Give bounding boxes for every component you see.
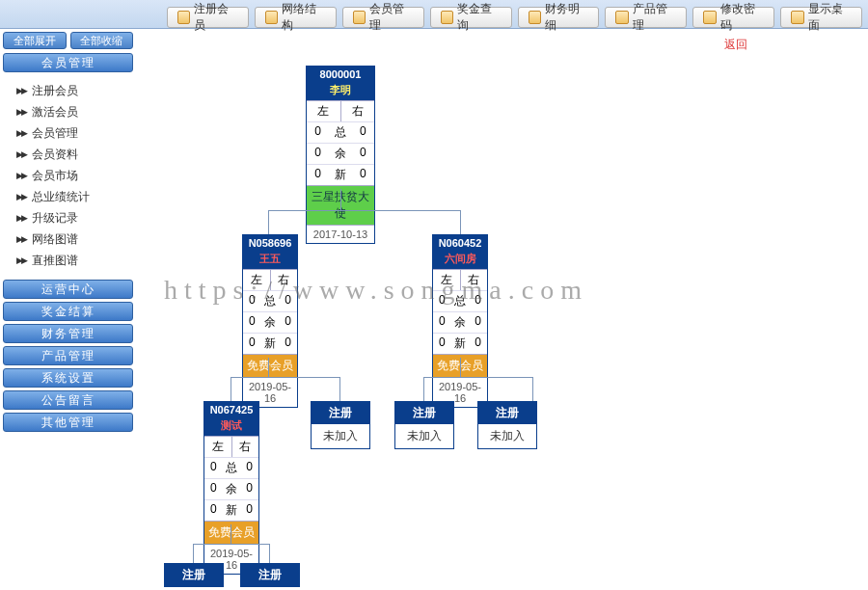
menu-item-manage[interactable]: ▶▶会员管理 xyxy=(16,122,133,144)
cell: 0 xyxy=(469,312,487,333)
arrow-icon: ▶▶ xyxy=(16,171,26,180)
connector xyxy=(423,377,533,378)
top-btn-finance[interactable]: 财务明细 xyxy=(518,7,600,28)
section-header-members[interactable]: 会员管理 xyxy=(3,53,133,72)
menu-item-network[interactable]: ▶▶网络图谱 xyxy=(16,228,133,250)
menu-item-profile[interactable]: ▶▶会员资料 xyxy=(16,144,133,165)
cell: 0 xyxy=(240,479,258,499)
connector xyxy=(193,544,270,545)
top-buttons: 注册会员 网络结构 会员管理 奖金查询 财务明细 产品管理 修改密码 显示桌面 xyxy=(167,7,868,28)
cell: 0 xyxy=(433,334,451,354)
top-btn-bonus[interactable]: 奖金查询 xyxy=(430,7,512,28)
menu-item-stats[interactable]: ▶▶总业绩统计 xyxy=(16,186,133,207)
menu-item-activate[interactable]: ▶▶激活会员 xyxy=(16,101,133,122)
connector xyxy=(532,377,533,401)
register-slot[interactable]: 注册 xyxy=(240,563,300,587)
register-slot[interactable]: 注册未加入 xyxy=(394,401,454,449)
node-name: 王五 xyxy=(243,251,297,269)
menu2-product[interactable]: 产品管理 xyxy=(3,346,133,365)
connector xyxy=(193,544,194,563)
top-label: 产品管理 xyxy=(633,1,677,34)
menu-label: 总业绩统计 xyxy=(32,189,90,205)
reg-label: 注册 xyxy=(312,402,369,424)
cell: 新 xyxy=(451,334,470,354)
top-label: 会员管理 xyxy=(369,1,414,34)
arrow-icon: ▶▶ xyxy=(16,149,26,159)
menu2-finance[interactable]: 财务管理 xyxy=(3,324,133,343)
menu-item-direct[interactable]: ▶▶直推图谱 xyxy=(16,250,133,271)
arrow-icon: ▶▶ xyxy=(16,213,26,223)
cell: 0 xyxy=(469,334,487,354)
arrow-icon: ▶▶ xyxy=(16,255,26,265)
connector xyxy=(231,377,340,378)
node-id: N058696 xyxy=(243,235,297,251)
menu2-bonus[interactable]: 奖金结算 xyxy=(3,302,133,321)
cell: 0 xyxy=(352,165,374,185)
menu-label: 注册会员 xyxy=(32,83,78,99)
node-root[interactable]: 8000001 李明 左右 0总0 0余0 0新0 三星扶贫大使 2017-10… xyxy=(306,66,375,244)
back-link[interactable]: 返回 xyxy=(724,37,747,53)
menu-members: ▶▶注册会员 ▶▶激活会员 ▶▶会员管理 ▶▶会员资料 ▶▶会员市场 ▶▶总业绩… xyxy=(3,75,133,276)
top-label: 奖金查询 xyxy=(457,1,502,34)
cell: 0 xyxy=(204,479,223,499)
top-btn-members[interactable]: 会员管理 xyxy=(342,7,424,28)
cell: 0 xyxy=(204,458,223,478)
node-n1[interactable]: N058696 王五 左右 0总0 0余0 0新0 免费会员 2019-05-1… xyxy=(242,234,298,408)
register-slot[interactable]: 注册未加入 xyxy=(311,401,370,449)
cell: 余 xyxy=(223,479,241,499)
col-right: 右 xyxy=(232,437,259,457)
connector xyxy=(231,524,231,544)
col-right: 右 xyxy=(271,270,298,290)
node-name: 测试 xyxy=(204,417,258,436)
register-slot[interactable]: 注册未加入 xyxy=(477,401,537,449)
menu-item-register[interactable]: ▶▶注册会员 xyxy=(16,80,133,101)
node-level: 免费会员 xyxy=(243,354,297,377)
cell: 0 xyxy=(240,458,258,478)
menu-label: 会员资料 xyxy=(32,147,78,163)
cell: 0 xyxy=(352,122,374,143)
cell: 0 xyxy=(243,334,261,354)
connector xyxy=(340,189,341,210)
node-id: 8000001 xyxy=(307,67,374,82)
cell: 0 xyxy=(243,291,261,311)
node-n2[interactable]: N060452 六间房 左右 0总0 0余0 0新0 免费会员 2019-05-… xyxy=(432,234,488,408)
cell: 0 xyxy=(433,312,451,333)
menu-label: 会员市场 xyxy=(32,168,78,184)
menu2-notice[interactable]: 公告留言 xyxy=(3,390,133,410)
top-btn-register[interactable]: 注册会员 xyxy=(167,7,249,28)
register-slot[interactable]: 注册 xyxy=(164,563,224,587)
menu2-system[interactable]: 系统设置 xyxy=(3,368,133,388)
collapse-all-button[interactable]: 全部收缩 xyxy=(70,32,134,49)
expand-all-button[interactable]: 全部展开 xyxy=(3,32,67,49)
top-btn-network[interactable]: 网络结构 xyxy=(255,7,337,28)
menu-label: 直推图谱 xyxy=(32,253,78,269)
reg-label: 注册 xyxy=(165,564,223,586)
cell: 0 xyxy=(240,500,258,521)
reg-label: 注册 xyxy=(478,402,536,424)
menu-item-market[interactable]: ▶▶会员市场 xyxy=(16,165,133,186)
cell: 余 xyxy=(261,312,280,333)
reg-label: 注册 xyxy=(395,402,453,424)
menu-item-upgrade[interactable]: ▶▶升级记录 xyxy=(16,207,133,228)
node-name: 六间房 xyxy=(433,251,487,269)
menu-label: 网络图谱 xyxy=(32,231,78,248)
top-label: 显示桌面 xyxy=(808,1,853,34)
cell: 总 xyxy=(329,122,351,143)
doc-icon xyxy=(703,11,716,24)
top-btn-product[interactable]: 产品管理 xyxy=(605,7,687,28)
reg-status: 未加入 xyxy=(478,424,536,448)
node-n3[interactable]: N067425 测试 左右 0总0 0余0 0新0 免费会员 2019-05-1… xyxy=(203,401,259,575)
menu2-other[interactable]: 其他管理 xyxy=(3,413,133,432)
col-left: 左 xyxy=(243,270,271,290)
col-left: 左 xyxy=(204,437,232,457)
cell: 0 xyxy=(279,334,297,354)
top-toolbar: 注册会员 网络结构 会员管理 奖金查询 财务明细 产品管理 修改密码 显示桌面 xyxy=(0,0,868,29)
cell: 总 xyxy=(261,291,280,311)
node-id: N060452 xyxy=(433,235,487,251)
menu-label: 激活会员 xyxy=(32,104,78,121)
top-btn-password[interactable]: 修改密码 xyxy=(692,7,774,28)
section-header-ops[interactable]: 运营中心 xyxy=(3,280,133,299)
arrow-icon: ▶▶ xyxy=(16,192,26,201)
top-btn-desktop[interactable]: 显示桌面 xyxy=(780,7,862,28)
reg-label: 注册 xyxy=(241,564,299,586)
